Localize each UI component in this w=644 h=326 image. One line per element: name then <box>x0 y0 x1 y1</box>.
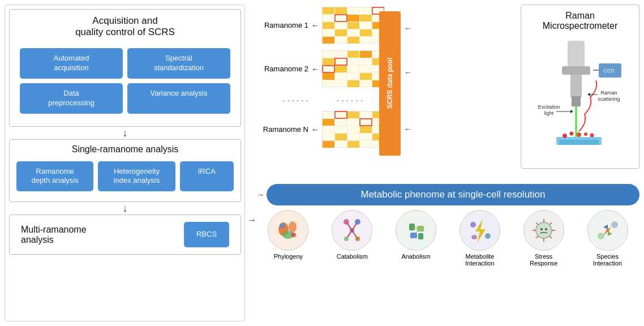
single-ramanome-title: Single-ramanome analysis <box>10 140 241 157</box>
svg-point-75 <box>590 134 594 138</box>
svg-rect-51 <box>347 111 359 118</box>
svg-rect-55 <box>335 134 347 140</box>
svg-rect-34 <box>335 66 347 72</box>
catabolism-icon <box>335 213 369 247</box>
svg-marker-79 <box>570 110 573 113</box>
svg-rect-62 <box>562 66 590 75</box>
svg-rect-102 <box>418 233 423 239</box>
acquisition-section: Acquisition and quality control of SCRS … <box>9 9 241 255</box>
svg-point-96 <box>355 237 360 241</box>
phylogeny-circle <box>268 210 308 251</box>
stress-label: Stress Response <box>530 253 558 267</box>
rbcs-btn[interactable]: RBCS <box>184 222 229 247</box>
catabolism-label: Catabolism <box>337 253 368 260</box>
svg-rect-66 <box>559 140 599 145</box>
dots-middle: · · · · · · <box>319 95 381 105</box>
svg-rect-14 <box>347 22 359 29</box>
svg-point-109 <box>471 235 477 239</box>
acq-title: Acquisition and quality control of SCRS <box>10 10 241 40</box>
svg-rect-33 <box>360 51 372 58</box>
svg-rect-64 <box>572 96 581 106</box>
stress-icon <box>527 213 561 247</box>
multi-ramanome-title: Multi-ramanome analysis <box>21 225 184 245</box>
stress-circle <box>523 210 564 251</box>
svg-rect-101 <box>410 233 417 238</box>
pheno-species: Species Interaction <box>581 210 634 267</box>
svg-rect-31 <box>323 58 334 65</box>
svg-rect-10 <box>335 7 347 14</box>
svg-text:scattering: scattering <box>598 96 620 102</box>
right-arrow-n: ← <box>404 125 412 134</box>
pheno-phylogeny: Phylogeny <box>261 210 315 260</box>
svg-rect-17 <box>360 29 372 36</box>
pheno-row: Phylogeny Catabolism <box>256 210 639 267</box>
svg-rect-36 <box>323 73 334 80</box>
svg-rect-13 <box>323 22 334 29</box>
pheno-anabolism: Anabolism <box>389 210 443 260</box>
svg-point-71 <box>563 134 567 138</box>
anabolism-icon <box>399 213 433 247</box>
svg-point-125 <box>598 233 604 239</box>
phylogeny-label: Phylogeny <box>274 253 303 260</box>
phylogeny-icon <box>271 213 305 247</box>
svg-rect-57 <box>323 141 334 148</box>
svg-rect-53 <box>323 119 334 126</box>
arrow-to-metabolic: → <box>247 215 256 225</box>
ramanome1-label: Ramanome 1 <box>257 21 308 29</box>
svg-rect-63 <box>570 75 582 97</box>
raman-title: Raman Microspectrometer <box>521 5 639 32</box>
raman-svg: CCD Excitation light Raman scattering <box>525 35 636 160</box>
anabolism-circle <box>396 210 436 251</box>
svg-point-94 <box>355 219 360 225</box>
raman-diagram: CCD Excitation light Raman scattering <box>521 32 639 162</box>
svg-point-74 <box>584 132 587 136</box>
svg-text:light: light <box>544 110 553 116</box>
svg-point-93 <box>344 219 349 225</box>
metabolite-circle <box>460 210 500 251</box>
automated-acquisition-btn[interactable]: Automated acquisition <box>20 48 123 79</box>
svg-rect-9 <box>323 7 334 14</box>
svg-rect-16 <box>335 29 347 36</box>
metabolic-section: → Metabolic phenome at single-cell resol… <box>256 184 639 321</box>
svg-marker-83 <box>587 93 590 96</box>
pheno-stress: Stress Response <box>517 210 570 267</box>
arrow-ramanome2-left: ← <box>311 65 319 74</box>
svg-text:Excitation: Excitation <box>538 104 560 110</box>
pheno-catabolism: Catabolism <box>325 210 379 260</box>
right-arrow-2: ← <box>404 68 412 77</box>
svg-rect-54 <box>360 126 372 133</box>
svg-rect-99 <box>409 224 415 230</box>
arrow-single-to-multi: ↓ <box>9 203 241 213</box>
ramanome2-label: Ramanome 2 <box>257 65 308 73</box>
data-preprocessing-btn[interactable]: Data preprocessing <box>20 83 123 114</box>
arrow-ramanomeN-left: ← <box>311 125 319 134</box>
spectral-standardization-btn[interactable]: Spectral standardization <box>127 48 230 79</box>
svg-point-72 <box>569 132 573 136</box>
metabolic-arrow-in: → <box>256 190 264 199</box>
svg-rect-58 <box>347 141 359 148</box>
scrs-data-pool-bar: SCRS data pool <box>379 11 401 156</box>
svg-point-86 <box>289 221 297 233</box>
svg-point-73 <box>577 132 581 137</box>
variance-analysis-btn[interactable]: Variance analysis <box>127 83 230 114</box>
svg-rect-19 <box>347 37 359 44</box>
svg-point-97 <box>350 228 354 233</box>
svg-point-108 <box>485 233 491 239</box>
svg-point-120 <box>540 228 543 230</box>
right-arrow-1: ← <box>404 24 412 33</box>
catabolism-circle <box>332 210 372 251</box>
irca-btn[interactable]: IRCA <box>180 161 234 192</box>
heterogeneity-index-btn[interactable]: Heterogeneity index analysis <box>98 161 175 192</box>
scrs-label: SCRS data pool <box>386 58 394 109</box>
svg-rect-61 <box>568 41 585 69</box>
svg-rect-100 <box>417 226 424 231</box>
svg-text:CCD: CCD <box>603 68 615 74</box>
metabolite-label: Metabolite Interaction <box>465 253 494 267</box>
dots-label: · · · · · · <box>257 95 308 105</box>
ramanomeN-grid <box>322 111 384 148</box>
ramanome-depth-btn[interactable]: Ramanome depth analysis <box>16 161 93 192</box>
svg-rect-18 <box>323 37 334 44</box>
svg-point-126 <box>611 221 618 228</box>
ramanome1-grid <box>322 7 384 44</box>
arrow-acq-to-single: ↓ <box>9 128 241 138</box>
